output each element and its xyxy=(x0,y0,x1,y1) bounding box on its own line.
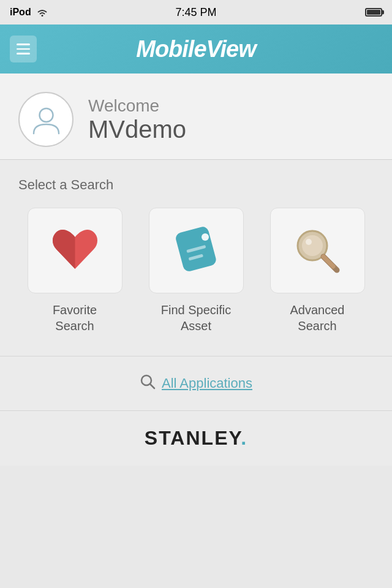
status-bar: iPod 7:45 PM xyxy=(0,0,392,24)
status-time: 7:45 PM xyxy=(175,6,216,19)
stanley-logo: STANLEY. xyxy=(145,427,247,450)
footer: STANLEY. xyxy=(0,411,392,466)
select-label: Select a Search xyxy=(18,177,374,193)
advanced-search-option[interactable]: Advanced Search xyxy=(261,208,374,334)
app-title-text: MobileView xyxy=(136,36,256,62)
wifi-icon xyxy=(36,7,48,17)
app-title: MobileView xyxy=(37,36,355,62)
menu-line-3 xyxy=(17,53,30,55)
find-specific-asset-option[interactable]: Find Specific Asset xyxy=(140,208,252,334)
favorite-search-option[interactable]: Favorite Search xyxy=(18,208,131,334)
svg-point-7 xyxy=(302,235,323,256)
advanced-search-icon-box xyxy=(270,208,365,293)
svg-point-0 xyxy=(41,15,43,17)
favorite-search-icon-box xyxy=(28,208,123,293)
svg-line-12 xyxy=(150,384,154,388)
search-small-icon xyxy=(140,374,156,393)
search-grid: Favorite Search Find Specific Asset xyxy=(18,208,374,334)
stanley-brand-text: STANLEY xyxy=(145,427,241,449)
menu-line-2 xyxy=(17,48,30,50)
tag-icon xyxy=(173,226,219,275)
main-content: Welcome MVdemo Select a Search Favorite … xyxy=(0,74,392,466)
svg-point-3 xyxy=(202,233,209,241)
favorite-search-label: Favorite Search xyxy=(53,302,97,334)
all-applications-link[interactable]: All Applications xyxy=(162,375,252,391)
menu-button[interactable] xyxy=(10,36,37,62)
battery-fill xyxy=(367,10,380,15)
welcome-label: Welcome xyxy=(88,96,186,116)
find-specific-asset-icon-box xyxy=(149,208,244,293)
battery-icon xyxy=(365,8,382,17)
menu-line-1 xyxy=(17,43,30,45)
all-applications-section[interactable]: All Applications xyxy=(0,356,392,411)
advanced-search-label: Advanced Search xyxy=(290,302,345,334)
welcome-text: Welcome MVdemo xyxy=(88,96,186,143)
find-specific-asset-label: Find Specific Asset xyxy=(161,302,232,334)
status-left: iPod xyxy=(10,7,48,18)
heart-icon xyxy=(49,226,101,275)
app-header: MobileView xyxy=(0,24,392,74)
avatar-icon xyxy=(29,103,63,137)
svg-point-1 xyxy=(39,108,53,122)
magnifier-icon xyxy=(293,226,342,275)
select-section: Select a Search Favorite Search xyxy=(0,160,392,356)
stanley-dot: . xyxy=(241,427,247,449)
device-name: iPod xyxy=(10,7,31,18)
welcome-section: Welcome MVdemo xyxy=(0,74,392,160)
status-right xyxy=(365,8,382,17)
svg-point-8 xyxy=(306,239,312,245)
avatar xyxy=(18,92,74,147)
welcome-username: MVdemo xyxy=(88,116,186,143)
